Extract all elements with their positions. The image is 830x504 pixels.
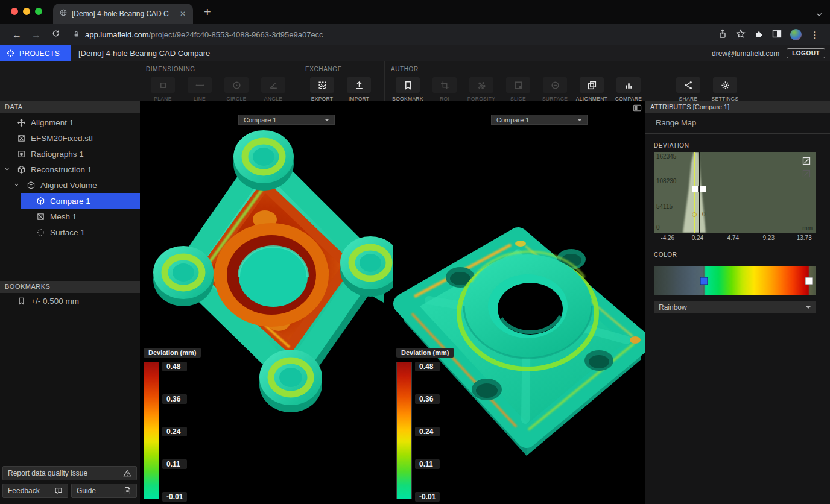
logout-button[interactable]: LOGOUT <box>787 48 825 58</box>
slice-icon <box>506 77 530 93</box>
reload-button[interactable] <box>47 29 64 40</box>
colormap-dropdown[interactable]: Rainbow <box>654 301 816 313</box>
surface-icon <box>543 77 567 93</box>
3d-viewport: Compare 1 Deviation (mm) 0.48 0.36 0.24 … <box>140 101 645 504</box>
compare-dropdown-right[interactable]: Compare 1 <box>491 115 588 125</box>
bookmark-item[interactable]: +/- 0.500 mm <box>0 293 140 309</box>
back-button[interactable]: ← <box>8 30 25 40</box>
color-gradient-bar[interactable] <box>654 266 816 295</box>
import-icon <box>347 77 371 93</box>
tool-line[interactable]: LINE <box>183 77 217 102</box>
browser-menu-icon[interactable]: ⋮ <box>810 30 819 40</box>
tree-item-aligned-volume[interactable]: Aligned Volume <box>0 177 140 193</box>
tree-item-radiographs-1[interactable]: Radiographs 1 <box>0 146 140 162</box>
corner-boss-right <box>340 236 393 297</box>
range-handle-max[interactable] <box>700 186 706 192</box>
plane-icon <box>151 77 175 93</box>
radiograph-icon <box>17 150 26 159</box>
histogram-x-axis: -4.26 0.24 4.74 9.23 13.73 <box>654 235 816 243</box>
tool-settings[interactable]: SETTINGS <box>708 77 742 102</box>
viewport-pane-right[interactable]: Compare 1 Deviation (mm) 0.48 0.36 0.24 … <box>393 101 645 504</box>
compare-icon <box>616 77 641 93</box>
range-slider-track[interactable] <box>699 152 700 233</box>
data-section-header: DATA <box>0 101 140 113</box>
edit-range-icon[interactable] <box>802 157 811 165</box>
browser-toolbar: ← → app.lumafield.com/project/9e24fc40-8… <box>0 24 830 45</box>
mesh-icon <box>36 212 45 221</box>
maximize-window-button[interactable] <box>35 8 42 15</box>
volume-icon <box>27 181 36 190</box>
tab-strip: [Demo] 4-hole Bearing CAD C ✕ + <box>0 0 830 24</box>
browser-chrome: [Demo] 4-hole Bearing CAD C ✕ + ← → app.… <box>0 0 830 45</box>
tool-circle[interactable]: CIRCLE <box>220 77 253 102</box>
browser-tab[interactable]: [Demo] 4-hole Bearing CAD C ✕ <box>53 4 193 24</box>
tool-plane[interactable]: PLANE <box>146 77 180 102</box>
chevron-down-icon[interactable] <box>13 181 22 190</box>
guide-button[interactable]: Guide <box>71 484 137 498</box>
tool-compare[interactable]: COMPARE <box>612 77 645 102</box>
chevron-down-icon <box>577 119 582 124</box>
tool-porosity[interactable]: POROSITY <box>464 77 498 102</box>
tree-item-efsm20fixed-stl[interactable]: EFSM20Fixed.stl <box>0 130 140 146</box>
profile-avatar[interactable] <box>790 29 802 40</box>
tree-item-compare-1[interactable]: Compare 1 <box>21 193 140 209</box>
toolbar-group-app: SHARE SETTINGS <box>665 61 750 101</box>
tool-import[interactable]: IMPORT <box>342 77 376 102</box>
tree-item-surface-1[interactable]: Surface 1 <box>0 224 140 240</box>
tool-roi[interactable]: ROI <box>428 77 461 102</box>
tree-item-reconstruction-1[interactable]: Reconstruction 1 <box>0 162 140 177</box>
tool-surface[interactable]: SURFACE <box>538 77 572 102</box>
toolbar-group-dimensioning: DIMENSIONING PLANE LINE CIRCLE ANGLE <box>140 61 299 101</box>
settings-gear-icon <box>713 77 737 93</box>
attributes-header: ATTRIBUTES [Compare 1] <box>645 101 830 113</box>
panel-toggle-icon[interactable] <box>633 104 642 115</box>
compare-dropdown-left[interactable]: Compare 1 <box>238 115 335 125</box>
line-icon <box>188 77 212 93</box>
feedback-button[interactable]: Feedback <box>2 484 68 498</box>
tool-bookmark[interactable]: BOOKMARK <box>391 77 425 102</box>
bookmark-star-icon[interactable] <box>736 29 746 41</box>
tree-item-alignment-1[interactable]: Alignment 1 <box>0 115 140 130</box>
tool-export[interactable]: EXPORT <box>305 77 339 102</box>
tool-share[interactable]: SHARE <box>671 77 705 102</box>
roi-icon <box>432 77 457 93</box>
tab-close-icon[interactable]: ✕ <box>179 10 187 18</box>
edit-range-secondary-icon[interactable] <box>802 169 811 178</box>
tree-item-mesh-1[interactable]: Mesh 1 <box>0 209 140 224</box>
deviation-colorbar <box>396 362 412 499</box>
projects-label: PROJECTS <box>19 49 60 58</box>
tool-slice[interactable]: SLICE <box>501 77 535 102</box>
app-window: [Demo] 4-hole Bearing CAD C ✕ + ← → app.… <box>0 0 830 504</box>
extensions-puzzle-icon[interactable] <box>754 29 764 41</box>
tab-overflow-chevron-icon[interactable] <box>816 10 823 20</box>
main-toolbar: DIMENSIONING PLANE LINE CIRCLE ANGLE <box>0 61 830 101</box>
chevron-down-icon[interactable] <box>4 165 12 174</box>
globe-icon <box>59 8 68 19</box>
close-window-button[interactable] <box>11 8 18 15</box>
tool-alignment[interactable]: ALIGNMENT <box>575 77 609 102</box>
share-icon <box>676 77 700 93</box>
forward-button[interactable]: → <box>28 30 45 40</box>
color-handle-max[interactable] <box>805 277 813 285</box>
deviation-histogram[interactable]: 162345 108230 54115 0 mm 0 <box>654 152 816 233</box>
viewport-pane-left[interactable]: Compare 1 Deviation (mm) 0.48 0.36 0.24 … <box>140 101 393 504</box>
window-controls <box>11 8 42 15</box>
data-sidebar: DATA Alignment 1 EFSM20Fixed.stl Radiogr… <box>0 101 140 504</box>
tool-angle[interactable]: ANGLE <box>256 77 290 102</box>
tab-title: [Demo] 4-hole Bearing CAD C <box>72 10 174 18</box>
move-icon <box>17 118 26 127</box>
compare-cube-icon <box>36 197 45 206</box>
color-handle-min[interactable] <box>700 277 708 285</box>
url-bar[interactable]: app.lumafield.com/project/9e24fc40-8553-… <box>66 30 715 40</box>
new-tab-button[interactable]: + <box>204 6 211 18</box>
report-data-quality-button[interactable]: Report data quality issue <box>2 466 137 480</box>
projects-nav-button[interactable]: PROJECTS <box>0 45 71 61</box>
share-page-icon[interactable] <box>718 29 727 41</box>
user-email: drew@lumafield.com <box>712 49 779 58</box>
volume-icon <box>17 165 26 174</box>
project-title: [Demo] 4-hole Bearing CAD Compare <box>78 49 712 58</box>
range-handle-min[interactable] <box>692 186 699 192</box>
reading-mode-icon[interactable] <box>772 29 782 41</box>
bookmark-icon <box>17 297 26 306</box>
minimize-window-button[interactable] <box>23 8 30 15</box>
